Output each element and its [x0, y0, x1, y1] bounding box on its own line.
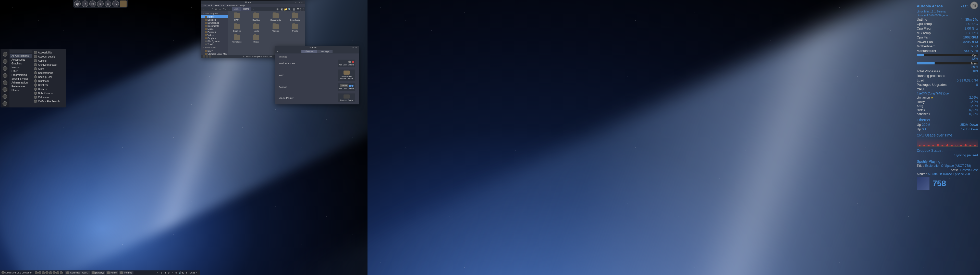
search-button[interactable]: 🔍	[288, 7, 291, 11]
dock-firefox-icon[interactable]: ◐	[74, 0, 81, 7]
folder-item[interactable]: Dropbox	[230, 24, 243, 32]
sidebar-toggle[interactable]	[203, 55, 205, 58]
close-button[interactable]: ×	[355, 46, 357, 49]
close-button[interactable]: ×	[301, 1, 303, 3]
dock-telegram-icon[interactable]: ✈	[82, 0, 88, 7]
tray-icon[interactable]: ▫	[196, 272, 199, 274]
sidebar-item-home[interactable]: Home	[201, 15, 228, 18]
dock-spotify-icon[interactable]: ≈	[97, 0, 103, 7]
ql-icon[interactable]	[52, 271, 56, 274]
lock-icon[interactable]	[3, 87, 7, 92]
folder-item[interactable]: Pictures	[269, 24, 282, 32]
theme-selector[interactable]: Sardi-Mono-Numix-Colora	[338, 70, 355, 81]
status-btn[interactable]	[206, 55, 208, 58]
app-item[interactable]: Account details	[33, 54, 65, 58]
sidebar-item-trash[interactable]: Trash	[201, 43, 228, 46]
tray-icon[interactable]: ▫	[157, 272, 160, 274]
app-item[interactable]: Brasero	[33, 87, 65, 91]
ql-icon[interactable]	[38, 271, 41, 274]
menu-search-input[interactable]	[10, 50, 32, 53]
dock-sublime-icon[interactable]: S	[112, 0, 119, 7]
sidebar-bookmark[interactable]: DATA	[201, 49, 228, 52]
category-item[interactable]: Internet	[10, 65, 32, 69]
app-item[interactable]: Backup Tool	[33, 75, 65, 79]
workspace-indicator[interactable]: 1	[161, 272, 163, 274]
bluetooth-icon[interactable]: ᚼ	[186, 272, 188, 274]
refresh-button[interactable]: ⟳	[215, 7, 218, 11]
volume-icon[interactable]: 🔊	[179, 272, 181, 274]
task-button[interactable]: Home	[106, 271, 118, 275]
category-item[interactable]: Preferences	[10, 85, 32, 89]
sidebar-item[interactable]: Music	[201, 27, 228, 30]
tab-themes[interactable]: Themes	[301, 50, 317, 53]
new-tab-button[interactable]: ⊞	[275, 7, 279, 11]
dock-atom-icon[interactable]: ⚛	[105, 0, 111, 7]
compact-view-button[interactable]: ⋮⋮	[300, 7, 304, 11]
folder-item[interactable]: Public	[288, 24, 302, 32]
fav-icon[interactable]	[3, 59, 7, 64]
sidebar-item[interactable]: Downloads	[201, 21, 228, 24]
clock[interactable]: 14:55	[189, 272, 195, 274]
category-item[interactable]: Graphics	[10, 62, 32, 65]
task-button[interactable]: Themes	[119, 271, 134, 275]
app-item[interactable]: Archive Manager	[33, 63, 65, 67]
app-item[interactable]: Bluetooth	[33, 79, 65, 83]
folder-item[interactable]: Documents	[269, 13, 282, 21]
dock-folder-icon[interactable]	[120, 0, 127, 7]
computer-button[interactable]: 🖵	[223, 7, 226, 11]
tray-icon[interactable]: ♪	[172, 272, 174, 274]
logout-icon[interactable]	[3, 94, 7, 99]
fav-icon[interactable]	[3, 66, 7, 71]
menu-edit[interactable]: Edit	[208, 4, 213, 7]
category-item[interactable]: Sound & Video	[10, 77, 32, 81]
menu-help[interactable]: Help	[240, 4, 245, 7]
app-item[interactable]: Catfish File Search	[33, 99, 65, 103]
sidebar-header-computer[interactable]: ▾My Computer	[201, 12, 228, 15]
ql-icon[interactable]	[56, 271, 59, 274]
menu-view[interactable]: View	[215, 4, 219, 7]
home-button[interactable]: ⌂	[218, 7, 222, 11]
task-button[interactable]: [Spotify]	[91, 271, 105, 275]
path-back[interactable]: ‹	[228, 7, 232, 11]
sidebar-item[interactable]: File System	[201, 40, 228, 43]
app-item[interactable]: Applets	[33, 58, 65, 63]
fav-icon[interactable]	[3, 73, 7, 78]
back-button[interactable]: ‹	[277, 50, 278, 53]
category-item[interactable]: Office	[10, 69, 32, 73]
minimize-button[interactable]: –	[294, 1, 297, 3]
menu-bookmarks[interactable]: Bookmarks	[226, 4, 238, 7]
sidebar-item[interactable]: Pictures	[201, 30, 228, 33]
tray-icon[interactable]: ▲	[164, 272, 167, 274]
folder-item[interactable]: Videos	[250, 35, 263, 43]
network-icon[interactable]: ⇅	[175, 272, 178, 274]
ql-icon[interactable]	[49, 271, 52, 274]
folder-item[interactable]: Templates	[230, 35, 243, 43]
folder-item[interactable]: Downloads	[288, 13, 302, 21]
icon-view-button[interactable]: ▦	[292, 7, 296, 11]
list-view-button[interactable]: ☰	[296, 7, 300, 11]
folder-item[interactable]: DATA	[230, 13, 243, 21]
border-close-icon[interactable]	[352, 61, 354, 63]
maximize-button[interactable]: □	[352, 46, 354, 49]
up-button[interactable]: ˄	[210, 7, 214, 11]
fav-icon[interactable]	[3, 81, 7, 85]
border-dot-icon[interactable]	[348, 61, 351, 63]
app-item[interactable]: Accessibility	[33, 51, 65, 54]
category-item[interactable]: Accessories	[10, 58, 32, 62]
forward-button[interactable]: ›	[206, 7, 210, 11]
crumb[interactable]: Home	[241, 7, 251, 11]
category-item[interactable]: Places	[10, 89, 32, 92]
terminal-button[interactable]: ▣	[280, 7, 283, 11]
fav-icon[interactable]	[3, 52, 7, 57]
app-item[interactable]: Atom	[33, 67, 65, 71]
theme-selector[interactable]: Button Arc-Dark-Smoke	[338, 83, 355, 91]
shutdown-icon[interactable]	[3, 101, 7, 106]
fm-titlebar[interactable]: Home – □ ×	[201, 0, 305, 4]
menu-go[interactable]: Go	[221, 4, 224, 7]
tray-icon[interactable]: ⬙	[168, 272, 170, 274]
ql-icon[interactable]	[60, 271, 63, 274]
themes-titlebar[interactable]: Themes – □ ×	[275, 46, 359, 49]
tab-settings[interactable]: Settings	[317, 50, 332, 53]
sidebar-item[interactable]: Dropbox	[201, 37, 228, 40]
sidebar-header-bookmarks[interactable]: ▾Bookmarks	[201, 46, 228, 49]
